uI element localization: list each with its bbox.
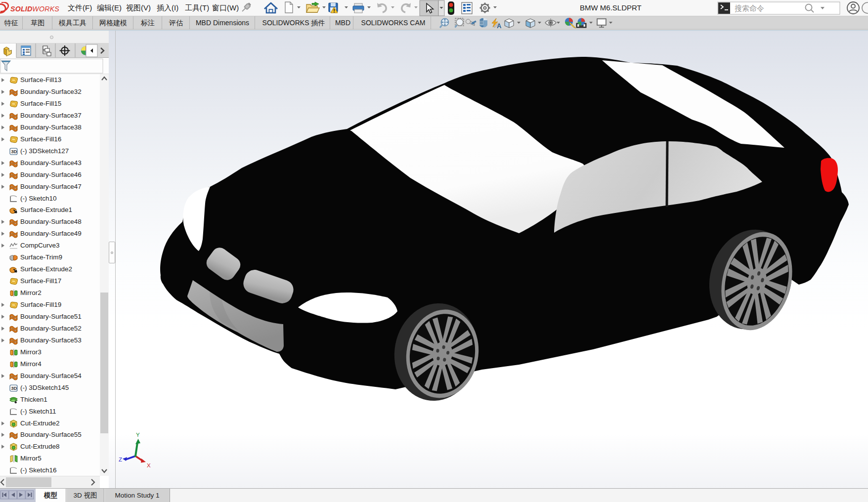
svg-text:X: X [147, 462, 151, 468]
svg-text:SOLIDWORKS: SOLIDWORKS [10, 5, 59, 13]
svg-text:搜索命令: 搜索命令 [735, 4, 764, 12]
svg-text:A: A [497, 22, 502, 30]
svg-text:Z: Z [119, 457, 122, 462]
svg-text:Y: Y [136, 432, 140, 438]
svg-text:BMW M6.SLDPRT: BMW M6.SLDPRT [580, 3, 642, 12]
